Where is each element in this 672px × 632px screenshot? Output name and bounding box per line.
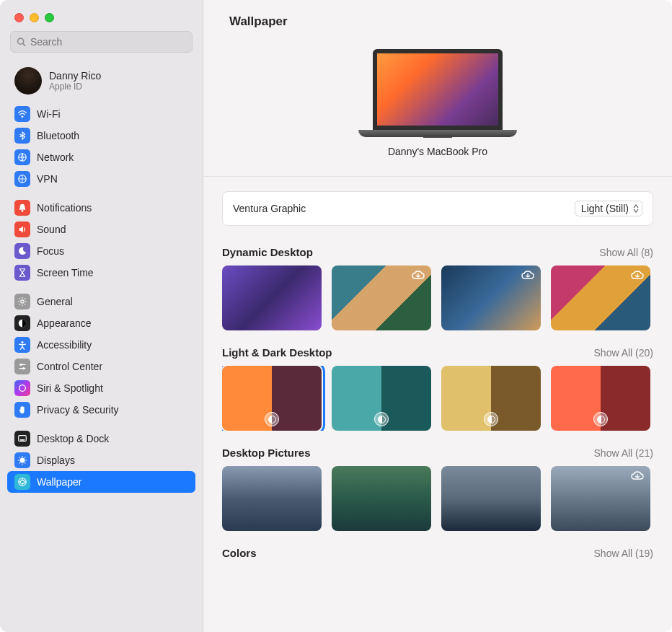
sidebar-item-label: Notifications xyxy=(37,202,92,214)
sidebar-item-label: Bluetooth xyxy=(37,130,79,141)
sidebar-item-bluetooth[interactable]: Bluetooth xyxy=(7,125,195,146)
wallpaper-thumb[interactable] xyxy=(441,466,541,531)
sound-icon xyxy=(14,221,30,237)
section-title: Dynamic Desktop xyxy=(222,246,313,258)
cloud-download-icon xyxy=(521,270,535,280)
wallpaper-thumb[interactable] xyxy=(332,466,431,531)
zoom-window-button[interactable] xyxy=(45,13,54,22)
show-all-button[interactable]: Show All (8) xyxy=(599,247,653,258)
search-icon xyxy=(17,37,26,47)
avatar xyxy=(14,67,42,95)
svg-point-10 xyxy=(22,367,25,369)
wallpaper-selector-row: Ventura Graphic Light (Still) xyxy=(222,191,653,226)
sidebar-item-label: VPN xyxy=(37,173,58,185)
sidebar-item-control-center[interactable]: Control Center xyxy=(7,356,195,377)
dock-icon xyxy=(14,431,30,447)
sidebar-item-accessibility[interactable]: Accessibility xyxy=(7,334,195,356)
wifi-icon xyxy=(14,106,30,122)
appearance-icon xyxy=(14,315,30,331)
sidebar-item-label: General xyxy=(37,296,73,307)
user-subtitle: Apple ID xyxy=(49,82,101,92)
close-window-button[interactable] xyxy=(14,13,24,22)
wallpaper-thumb[interactable] xyxy=(441,366,541,431)
sidebar-item-focus[interactable]: Focus xyxy=(7,240,195,262)
wallpaper-thumb[interactable] xyxy=(332,265,431,330)
cloud-download-icon xyxy=(630,270,645,280)
show-all-button[interactable]: Show All (21) xyxy=(594,447,653,459)
sidebar-item-screen-time[interactable]: Screen Time xyxy=(7,262,195,284)
section-title: Colors xyxy=(222,547,257,559)
sidebar-item-general[interactable]: General xyxy=(7,291,195,312)
svg-rect-13 xyxy=(20,439,25,441)
sidebar-item-label: Wallpaper xyxy=(37,476,82,488)
wallpaper-thumb[interactable] xyxy=(222,265,322,330)
sidebar-item-displays[interactable]: Displays xyxy=(7,449,195,471)
wallpaper-thumb[interactable] xyxy=(441,265,541,330)
settings-window: Danny Rico Apple ID Wi-FiBluetoothNetwor… xyxy=(0,0,672,632)
sidebar-item-wallpaper[interactable]: Wallpaper xyxy=(7,471,195,493)
moon-icon xyxy=(14,243,30,259)
wallpaper-thumb[interactable] xyxy=(551,265,650,330)
sidebar-item-label: Accessibility xyxy=(37,339,92,351)
sidebar-item-sound[interactable]: Sound xyxy=(7,219,195,240)
sidebar-item-siri-spotlight[interactable]: Siri & Spotlight xyxy=(7,377,195,399)
wallpaper-thumb[interactable] xyxy=(332,366,431,431)
wallpaper-thumb[interactable] xyxy=(222,466,322,531)
sidebar-item-privacy-security[interactable]: Privacy & Security xyxy=(7,399,195,421)
sidebar-item-label: Sound xyxy=(37,224,66,235)
wallpaper-icon xyxy=(14,474,30,490)
svg-point-6 xyxy=(21,300,24,303)
network-icon xyxy=(14,149,30,165)
svg-point-5 xyxy=(22,210,24,212)
show-all-button[interactable]: Show All (20) xyxy=(594,347,653,359)
svg-point-15 xyxy=(20,480,24,483)
current-wallpaper-name: Ventura Graphic xyxy=(233,203,306,214)
appearance-mode-value: Light (Still) xyxy=(581,203,629,214)
apple-id-row[interactable]: Danny Rico Apple ID xyxy=(0,60,203,103)
svg-point-14 xyxy=(20,458,25,463)
sidebar-item-label: Privacy & Security xyxy=(37,404,119,416)
sidebar-item-label: Control Center xyxy=(37,361,102,372)
chevron-updown-icon xyxy=(633,204,639,213)
appearance-mode-popup[interactable]: Light (Still) xyxy=(575,201,642,216)
wallpaper-thumb[interactable] xyxy=(222,366,322,431)
section-colors: ColorsShow All (19) xyxy=(203,541,672,576)
sidebar-item-label: Focus xyxy=(37,245,64,257)
sidebar-item-label: Appearance xyxy=(37,317,92,329)
device-name: Danny's MacBook Pro xyxy=(388,146,487,157)
user-name: Danny Rico xyxy=(49,70,101,82)
cloud-download-icon xyxy=(630,470,645,480)
svg-line-1 xyxy=(23,43,25,45)
sidebar-list: Wi-FiBluetoothNetworkVPNNotificationsSou… xyxy=(0,103,203,632)
section-title: Desktop Pictures xyxy=(222,447,311,459)
sidebar-item-appearance[interactable]: Appearance xyxy=(7,312,195,334)
search-field[interactable] xyxy=(10,31,193,53)
section-title: Light & Dark Desktop xyxy=(222,346,332,359)
sidebar-item-label: Network xyxy=(37,152,74,163)
wallpaper-thumb[interactable] xyxy=(551,366,650,431)
displays-icon xyxy=(14,452,30,468)
traffic-lights xyxy=(0,0,203,31)
search-input[interactable] xyxy=(30,36,186,48)
wallpaper-thumb[interactable] xyxy=(551,466,650,531)
page-title: Wallpaper xyxy=(203,0,672,39)
preview-area: Danny's MacBook Pro xyxy=(203,39,672,177)
gear-icon xyxy=(14,294,30,310)
sidebar-item-desktop-dock[interactable]: Desktop & Dock xyxy=(7,428,195,449)
bluetooth-icon xyxy=(14,128,30,144)
sidebar-item-wi-fi[interactable]: Wi-Fi xyxy=(7,103,195,125)
sidebar-item-label: Desktop & Dock xyxy=(37,433,109,444)
sidebar-item-network[interactable]: Network xyxy=(7,146,195,168)
light-dark-icon xyxy=(374,412,389,426)
svg-point-8 xyxy=(21,341,23,343)
cloud-download-icon xyxy=(411,270,425,280)
controls-icon xyxy=(14,359,30,374)
svg-point-11 xyxy=(19,385,26,392)
device-preview xyxy=(358,49,517,137)
minimize-window-button[interactable] xyxy=(30,13,39,22)
sidebar-item-notifications[interactable]: Notifications xyxy=(7,197,195,219)
sidebar-item-vpn[interactable]: VPN xyxy=(7,168,195,190)
sidebar-item-label: Screen Time xyxy=(37,267,94,278)
bell-icon xyxy=(14,200,30,216)
show-all-button[interactable]: Show All (19) xyxy=(594,548,653,559)
